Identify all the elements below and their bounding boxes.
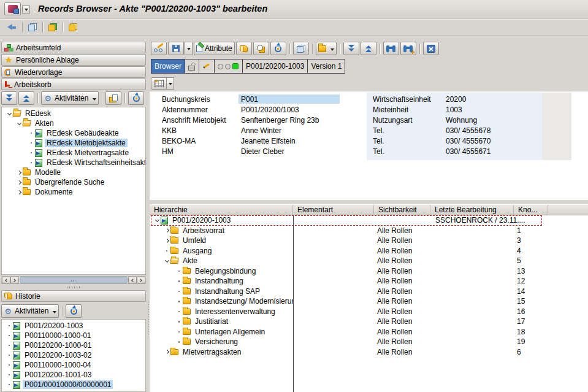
kkb-field[interactable]: Anne Winter [239,126,284,135]
collapse-icon[interactable] [15,120,23,127]
mieteinheit-field[interactable]: 1003 [443,105,465,114]
hm-field[interactable]: Dieter Cleber [239,147,287,156]
expand-icon[interactable] [163,237,170,244]
history-item[interactable]: P00110000-1000-04 [2,360,145,370]
tree-node-uebergreifende-suche[interactable]: Übergreifende Suche [2,177,145,187]
collapse-icon[interactable] [153,217,161,224]
column-hierarchie[interactable]: Hierarchie [150,205,293,215]
expand-all-button[interactable] [1,91,17,105]
column-letzte-bearbeitung[interactable]: Letzte Bearbeitung [430,205,514,215]
schedule-button[interactable] [253,42,269,55]
scroll-left-icon[interactable] [128,277,137,283]
tree-node-mietobjektsakte[interactable]: REdesk Mietobjektsakte [2,138,145,148]
hierarchy-row[interactable]: Instandsetzung/ Modernisierung Alle Roll… [150,296,588,307]
tel-field[interactable]: 030/ 4555671 [443,147,493,156]
tree-node-dokumente[interactable]: Dokumente [2,187,145,197]
hierarchy-row[interactable]: Ausgang Alle Rollen 4 [150,246,588,256]
layout-grid-button[interactable] [151,77,167,90]
find-next-button[interactable] [400,42,416,55]
hierarchy-row[interactable]: Akte Alle Rollen 5 [150,256,588,266]
scroll-right-icon[interactable] [137,277,145,283]
save-dropdown-button[interactable] [185,42,193,55]
transaction-dropdown-button[interactable] [22,6,30,13]
tree-node-akten[interactable]: Akten [2,118,145,128]
column-elementart[interactable]: Elementart [293,205,374,215]
expand-icon[interactable] [15,179,23,186]
clipboard-icon[interactable] [69,23,77,31]
folder-menu-button[interactable] [316,42,337,55]
history-activities-menu-button[interactable]: Aktivitäten [1,304,59,318]
hierarchy-row[interactable]: Interessentenverwaltung Alle Rollen 16 [150,307,588,317]
hierarchy-row[interactable]: Belegungsbindung Alle Rollen 13 [150,266,588,277]
refresh-button[interactable] [128,91,144,105]
hierarchy-row[interactable]: Instandhaltung SAP Alle Rollen 14 [150,286,588,297]
save-button[interactable] [168,42,184,55]
lock-status-button[interactable] [185,60,199,73]
display-change-button[interactable] [151,42,167,55]
refresh-record-button[interactable] [270,42,286,55]
section-wiedervorlage[interactable]: Wiedervorlage [1,66,146,78]
find-button[interactable] [383,42,399,55]
hierarchy-row[interactable]: Instandhaltung Alle Rollen 12 [150,276,588,286]
expand-icon[interactable] [15,188,23,196]
tree-node-redesk[interactable]: REdesk [2,109,145,118]
layout-dropdown-button[interactable] [166,77,174,90]
tel-field[interactable]: 030/ 4555678 [443,126,493,135]
hierarchy-row[interactable]: Versicherung Alle Rollen 19 [150,337,588,347]
tree-node-mietvertragsakte[interactable]: REdesk Mietvertragsakte [2,148,145,158]
tree-node-wirtschaftseinheitsakte[interactable]: REdesk Wirtschaftseinheitsakte [2,158,145,167]
collapse-icon[interactable] [163,257,170,264]
buchungskreis-field[interactable]: P001 [239,94,340,104]
history-item[interactable]: P00120200-1000-01 [2,340,145,350]
transaction-menu-button[interactable] [4,2,21,15]
history-item[interactable]: P00110000-1000-01 [2,331,145,340]
history-item[interactable]: P00120200-1003-02 [2,350,145,360]
nutzungsart-field[interactable]: Wohnung [443,115,479,125]
section-arbeitskorb[interactable]: Arbeitskorb [1,79,146,90]
protocol-button[interactable] [236,42,252,55]
tree-node-modelle[interactable]: Modelle [2,167,145,177]
expand-all-nodes-button[interactable] [343,42,359,55]
collapse-icon[interactable] [6,110,13,117]
attribute-button[interactable]: Attribute [194,42,235,55]
column-knoten[interactable]: Kno... [514,205,548,215]
tel-field[interactable]: 030/ 4555670 [443,136,493,145]
copy-button[interactable] [293,42,309,55]
hierarchy-row[interactable]: Mietvertragsakten Alle Rollen 6 [150,347,588,358]
history-item-selected[interactable]: P001/00010000/00000001 [2,380,145,390]
new-folder-button[interactable] [105,91,121,105]
section-persoenliche-ablage[interactable]: Persönliche Ablage [1,54,146,66]
new-session-icon[interactable] [28,23,37,31]
expand-icon[interactable] [163,348,170,356]
section-historie[interactable]: Historie [1,290,146,302]
history-item[interactable]: P001/20200-1003 [2,321,145,331]
hierarchy-row[interactable]: Justitiariat Alle Rollen 17 [150,317,588,327]
column-sichtbarkeit[interactable]: Sichtbarkeit [374,205,430,215]
expand-icon[interactable] [163,227,170,234]
hierarchy-row-root[interactable]: P001/20200-1003 SSCHOENROCK / 23.11.... [150,215,588,226]
anschrift-field[interactable]: Senftenberger Ring 23b [239,115,321,125]
close-button[interactable] [423,42,439,55]
tree-node-gebaeudeakte[interactable]: REdesk Gebäudeakte [2,128,145,138]
back-icon[interactable] [7,24,17,31]
browser-view-button[interactable]: Browser [151,60,185,73]
panel-splitter[interactable] [1,285,146,290]
history-item[interactable]: P00120200-1001-03 [2,370,145,380]
collapse-all-button[interactable] [18,91,34,105]
aktennummer-field[interactable]: P001/20200/1003 [239,105,302,114]
history-refresh-button[interactable] [66,304,82,318]
hierarchy-row[interactable]: Arbeitsvorrat Alle Rollen 1 [150,226,588,236]
scroll-right-icon[interactable] [10,277,19,283]
expand-icon[interactable] [15,169,23,176]
wirtschaftseinheit-field[interactable]: 20200 [443,94,468,104]
edit-mode-button[interactable] [199,60,214,73]
tree-horizontal-scrollbar[interactable] [1,276,146,284]
create-shortcut-icon[interactable] [48,23,57,31]
scroll-left-icon[interactable] [2,277,10,283]
section-arbeitsumfeld[interactable]: Arbeitsumfeld [1,42,146,53]
collapse-all-nodes-button[interactable] [361,42,376,55]
scrollbar-thumb[interactable] [20,277,128,283]
beko-ma-field[interactable]: Jeanette Elfstein [239,136,298,145]
hierarchy-row[interactable]: Unterlagen Allgemein Alle Rollen 18 [150,327,588,337]
activities-menu-button[interactable]: Aktivitäten [41,91,99,105]
